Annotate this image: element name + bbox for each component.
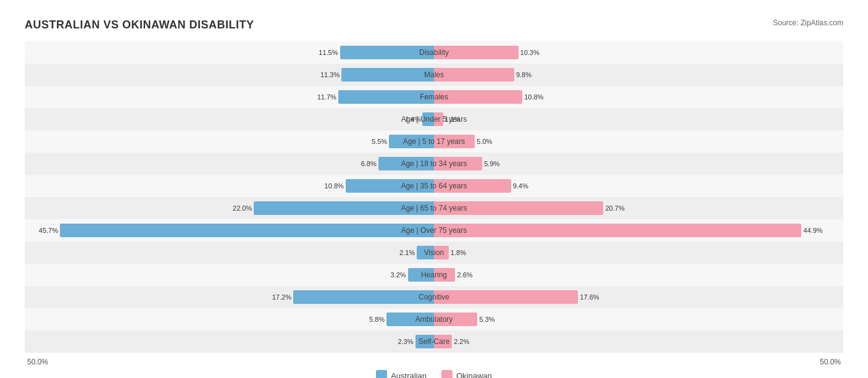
left-half: 2.3% — [25, 330, 434, 353]
chart-row: 1.4%1.1%Age | Under 5 years — [25, 108, 843, 130]
right-half: 5.9% — [434, 153, 843, 175]
left-half: 2.1% — [25, 242, 434, 264]
bar-value-left: 3.2% — [391, 271, 408, 279]
bar-value-left: 5.5% — [372, 138, 389, 145]
bar-value-left: 17.2% — [272, 293, 293, 301]
chart-legend: Australian Okinawan — [25, 370, 843, 378]
left-half: 5.5% — [25, 130, 434, 153]
chart-header: AUSTRALIAN VS OKINAWAN DISABILITY Source… — [25, 19, 843, 32]
chart-source: Source: ZipAtlas.com — [773, 19, 843, 27]
bar-blue — [415, 335, 434, 348]
legend-color-australian — [376, 370, 387, 378]
bar-blue — [389, 135, 434, 148]
bar-value-left: 22.0% — [233, 204, 254, 212]
right-half: 5.0% — [434, 130, 843, 153]
legend-label-okinawan: Okinawan — [456, 371, 492, 379]
bar-pink — [434, 268, 455, 282]
chart-row: 5.5%5.0%Age | 5 to 17 years — [25, 130, 843, 153]
left-half: 6.8% — [25, 153, 434, 175]
bar-blue — [346, 179, 434, 193]
bar-value-left: 5.8% — [369, 316, 386, 323]
left-half: 17.2% — [25, 286, 434, 308]
chart-row: 2.3%2.2%Self-Care — [25, 330, 843, 353]
chart-container: AUSTRALIAN VS OKINAWAN DISABILITY Source… — [12, 12, 856, 378]
bar-value-right: 10.8% — [522, 93, 543, 101]
chart-row: 3.2%2.6%Hearing — [25, 264, 843, 286]
right-half: 9.8% — [434, 64, 843, 86]
bar-blue — [378, 157, 434, 170]
bar-blue — [293, 290, 434, 304]
bar-pink — [434, 201, 603, 215]
legend-label-australian: Australian — [391, 371, 427, 379]
right-half: 17.6% — [434, 286, 843, 308]
bar-value-right: 9.8% — [514, 71, 532, 78]
chart-row: 17.2%17.6%Cognitive — [25, 286, 843, 308]
bar-blue — [338, 90, 434, 104]
bar-blue — [340, 46, 434, 59]
left-half: 3.2% — [25, 264, 434, 286]
left-half: 22.0% — [25, 197, 434, 219]
legend-item-okinawan: Okinawan — [441, 370, 492, 378]
bar-blue — [408, 268, 434, 282]
bar-value-right: 1.8% — [449, 249, 466, 256]
bar-value-right: 44.9% — [801, 227, 822, 234]
bar-value-right: 2.6% — [455, 271, 472, 279]
bar-pink — [434, 157, 482, 170]
right-half: 5.3% — [434, 308, 843, 330]
chart-row: 10.8%9.4%Age | 35 to 64 years — [25, 175, 843, 197]
chart-row: 2.1%1.8%Vision — [25, 242, 843, 264]
bar-pink — [434, 290, 578, 304]
bar-value-right: 5.3% — [477, 316, 495, 323]
bar-value-right: 5.0% — [475, 138, 492, 145]
right-half: 10.3% — [434, 41, 843, 64]
left-half: 45.7% — [25, 219, 434, 242]
bar-value-right: 5.9% — [482, 160, 499, 167]
chart-footer: 50.0% 50.0% — [25, 358, 843, 366]
chart-body: 11.5%10.3%Disability11.3%9.8%Males11.7%1… — [25, 41, 843, 353]
chart-row: 11.3%9.8%Males — [25, 64, 843, 86]
bar-pink — [434, 313, 477, 326]
bar-value-left: 11.3% — [320, 71, 341, 78]
left-half: 11.5% — [25, 41, 434, 64]
bar-blue — [60, 224, 434, 237]
bar-value-left: 2.1% — [399, 249, 417, 256]
chart-row: 11.5%10.3%Disability — [25, 41, 843, 64]
bar-value-right: 2.2% — [452, 338, 469, 345]
chart-title: AUSTRALIAN VS OKINAWAN DISABILITY — [25, 19, 254, 32]
bar-blue — [417, 246, 434, 259]
bar-value-left: 11.5% — [319, 49, 340, 56]
bar-pink — [434, 335, 452, 348]
bar-value-left: 6.8% — [361, 160, 378, 167]
bar-blue — [254, 201, 434, 215]
bar-value-right: 10.3% — [519, 49, 540, 56]
right-half: 20.7% — [434, 197, 843, 219]
bar-pink — [434, 112, 443, 126]
bar-pink — [434, 46, 519, 59]
right-half: 1.1% — [434, 108, 843, 130]
left-half: 1.4% — [25, 108, 434, 130]
right-half: 10.8% — [434, 86, 843, 108]
bar-value-left: 1.4% — [405, 116, 422, 123]
bar-value-left: 2.3% — [398, 338, 415, 345]
bar-pink — [434, 224, 801, 237]
bar-pink — [434, 68, 514, 82]
legend-color-okinawan — [441, 370, 453, 378]
bar-pink — [434, 135, 475, 148]
bar-blue — [341, 68, 434, 82]
right-half: 2.6% — [434, 264, 843, 286]
bar-pink — [434, 179, 511, 193]
bar-pink — [434, 90, 522, 104]
bar-value-right: 1.1% — [443, 116, 461, 123]
bar-value-left: 11.7% — [317, 93, 338, 101]
chart-row: 22.0%20.7%Age | 65 to 74 years — [25, 197, 843, 219]
chart-row: 6.8%5.9%Age | 18 to 34 years — [25, 153, 843, 175]
chart-row: 5.8%5.3%Ambulatory — [25, 308, 843, 330]
chart-row: 11.7%10.8%Females — [25, 86, 843, 108]
bar-value-right: 9.4% — [511, 182, 528, 190]
left-half: 11.7% — [25, 86, 434, 108]
left-half: 5.8% — [25, 308, 434, 330]
left-half: 11.3% — [25, 64, 434, 86]
right-half: 1.8% — [434, 242, 843, 264]
bar-value-left: 45.7% — [39, 227, 60, 234]
right-half: 2.2% — [434, 330, 843, 353]
